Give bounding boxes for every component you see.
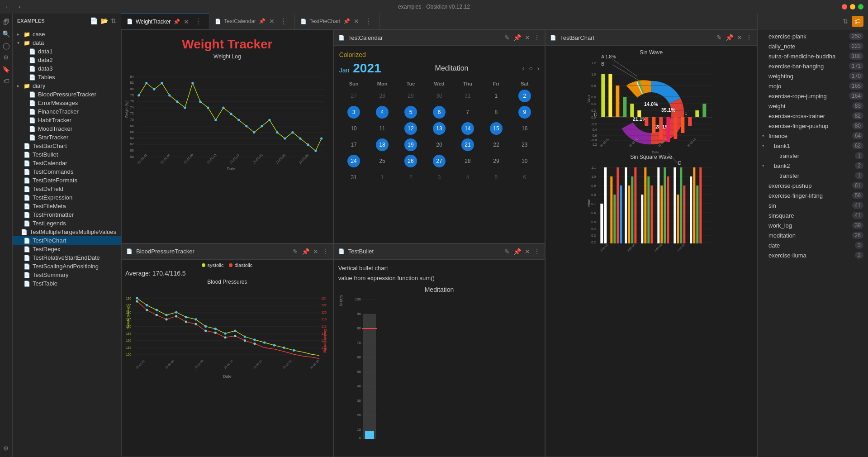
cal-day-3-feb[interactable]: 3 [433, 171, 446, 184]
panel-edit-calendar[interactable]: ✎ [504, 34, 510, 41]
panel-pin-calendar[interactable]: 📌 [513, 34, 521, 41]
tab-more-weight[interactable]: ⋮ [193, 17, 204, 26]
sidebar-item-testrelativestartenddate[interactable]: 📄TestRelativeStartEndDate [13, 253, 121, 262]
sidebar-item-data1[interactable]: 📄data1 [13, 47, 121, 56]
panel-more-bar[interactable]: ⋮ [746, 34, 752, 41]
tab-close-pie[interactable]: ✕ [353, 17, 360, 26]
cal-day-5[interactable]: 5 [404, 106, 417, 119]
tag-row-transfer[interactable]: transfer1 [758, 171, 868, 181]
sidebar-item-testtable[interactable]: 📄TestTable [13, 279, 121, 288]
window-maximize-btn[interactable] [858, 4, 863, 10]
tab-weight-tracker[interactable]: 📄 WeightTracker 📌 ✕ ⋮ [121, 14, 209, 29]
cal-day-27-dec[interactable]: 27 [347, 90, 360, 102]
window-minimize-btn[interactable] [850, 4, 855, 10]
tag-row-work-log[interactable]: work_log39 [758, 220, 868, 230]
sidebar-item-startracker[interactable]: 📄StarTracker [13, 133, 121, 142]
tab-pin-calendar[interactable]: 📌 [259, 18, 266, 24]
cal-day-6[interactable]: 6 [433, 106, 446, 119]
tag-row-transfer[interactable]: transfer1 [758, 151, 868, 161]
tab-test-pie[interactable]: 📄 TestPieChart 📌 ✕ ⋮ [295, 14, 379, 29]
tab-test-calendar[interactable]: 📄 TestCalendar 📌 ✕ ⋮ [209, 14, 295, 29]
cal-day-4-feb[interactable]: 4 [461, 171, 474, 184]
sidebar-item-testcalendar[interactable]: 📄TestCalendar [13, 159, 121, 167]
panel-pin-bar[interactable]: 📌 [726, 34, 733, 41]
tab-pin-pie[interactable]: 📌 [343, 18, 350, 24]
ribbon-tags-icon[interactable]: 🏷 [1, 76, 11, 86]
panel-close-calendar[interactable]: ✕ [525, 34, 530, 41]
tag-row-sutra-of-medicine-buddha[interactable]: sutra-of-medicine-buddha188 [758, 51, 868, 61]
panel-edit-bar[interactable]: ✎ [716, 34, 722, 41]
panel-more-calendar[interactable]: ⋮ [534, 34, 540, 41]
panel-pin-bullet[interactable]: 📌 [513, 248, 521, 255]
window-close-btn[interactable] [842, 4, 847, 10]
cal-day-15[interactable]: 15 [490, 122, 503, 135]
cal-dot[interactable]: ○ [529, 65, 532, 72]
cal-day-22[interactable]: 22 [490, 138, 503, 151]
cal-day-12[interactable]: 12 [404, 122, 417, 135]
cal-day-6-feb[interactable]: 6 [518, 171, 531, 184]
tab-pin-weight[interactable]: 📌 [173, 19, 180, 25]
panel-close-bp[interactable]: ✕ [313, 248, 318, 255]
ribbon-graph-icon[interactable]: ◯ [1, 41, 11, 51]
tab-close-calendar[interactable]: ✕ [268, 17, 275, 26]
tag-row-exercise-plank[interactable]: exercise-plank250 [758, 31, 868, 41]
cal-day-31[interactable]: 31 [347, 171, 360, 184]
tag-row-sin[interactable]: sin41 [758, 200, 868, 210]
panel-close-bullet[interactable]: ✕ [525, 248, 530, 255]
cal-day-31-dec[interactable]: 31 [461, 90, 474, 102]
tab-more-pie[interactable]: ⋮ [363, 17, 374, 26]
sidebar-item-testpiechart[interactable]: 📄TestPieChart [13, 236, 121, 245]
sidebar-item-testdateformats[interactable]: 📄TestDateFormats [13, 176, 121, 185]
panel-close-bar[interactable]: ✕ [737, 34, 742, 41]
cal-day-10[interactable]: 10 [347, 122, 360, 135]
sidebar-item-testfrontmatter[interactable]: 📄TestFrontmatter [13, 210, 121, 219]
cal-day-28[interactable]: 28 [461, 155, 474, 167]
cal-day-8[interactable]: 8 [490, 106, 503, 119]
tag-row-mojo[interactable]: mojo165 [758, 81, 868, 91]
cal-day-30[interactable]: 30 [518, 155, 531, 167]
cal-day-14[interactable]: 14 [461, 122, 474, 135]
cal-day-29-dec[interactable]: 29 [404, 90, 417, 102]
cal-day-20[interactable]: 20 [433, 138, 446, 151]
sidebar-item-habittracker[interactable]: 📄HabitTracker [13, 116, 121, 124]
sidebar-item-moodtracker[interactable]: 📄MoodTracker [13, 124, 121, 133]
sidebar-item-case[interactable]: ▸📁case [13, 30, 121, 38]
sidebar-item-data3[interactable]: 📄data3 [13, 64, 121, 73]
cal-day-30-dec[interactable]: 30 [433, 90, 446, 102]
sidebar-item-tables[interactable]: 📄Tables [13, 73, 121, 81]
cal-next[interactable]: › [537, 65, 540, 72]
sidebar-item-testcommands[interactable]: 📄TestCommands [13, 167, 121, 176]
panel-edit-bullet[interactable]: ✎ [504, 248, 510, 255]
sidebar-item-testlegends[interactable]: 📄TestLegends [13, 219, 121, 228]
sidebar-item-data[interactable]: ▾📁data [13, 38, 121, 47]
tab-more-calendar[interactable]: ⋮ [278, 17, 289, 26]
ribbon-search-icon[interactable]: 🔍 [1, 29, 11, 39]
cal-day-4[interactable]: 4 [376, 106, 389, 119]
ribbon-settings-icon[interactable]: ⚙ [1, 443, 11, 453]
cal-day-18[interactable]: 18 [376, 138, 389, 151]
tag-row-sinsquare[interactable]: sinsquare41 [758, 210, 868, 220]
sidebar-item-testsummary[interactable]: 📄TestSummary [13, 271, 121, 279]
sidebar-item-testexpression[interactable]: 📄TestExpression [13, 193, 121, 202]
cal-day-25[interactable]: 25 [376, 155, 389, 167]
nav-back[interactable]: ← [5, 3, 11, 10]
sidebar-item-testdvfield[interactable]: 📄TestDvField [13, 185, 121, 193]
tag-row-weight[interactable]: weight83 [758, 101, 868, 111]
cal-day-2-feb[interactable]: 2 [404, 171, 417, 184]
tag-row-weighting[interactable]: weighting170 [758, 71, 868, 81]
sort-icon[interactable]: ⇅ [111, 17, 116, 24]
right-panel-tags-icon[interactable]: 🏷 [852, 16, 863, 27]
cal-day-19[interactable]: 19 [404, 138, 417, 151]
tag-row-bank2[interactable]: ▾bank22 [758, 161, 868, 171]
tag-row-exercise-liuma[interactable]: exercise-liuma2 [758, 250, 868, 260]
tab-close-weight[interactable]: ✕ [183, 17, 190, 26]
new-file-icon[interactable]: 📄 [90, 17, 98, 24]
cal-day-27[interactable]: 27 [433, 155, 446, 167]
cal-day-9[interactable]: 9 [518, 106, 531, 119]
sidebar-item-testbarchart[interactable]: 📄TestBarChart [13, 142, 121, 150]
cal-day-3[interactable]: 3 [347, 106, 360, 119]
sidebar-item-testfilemeta[interactable]: 📄TestFileMeta [13, 202, 121, 210]
right-panel-sort-icon[interactable]: ⇅ [843, 18, 848, 25]
ribbon-files-icon[interactable]: 🗐 [1, 17, 11, 27]
new-folder-icon[interactable]: 📂 [100, 17, 108, 24]
